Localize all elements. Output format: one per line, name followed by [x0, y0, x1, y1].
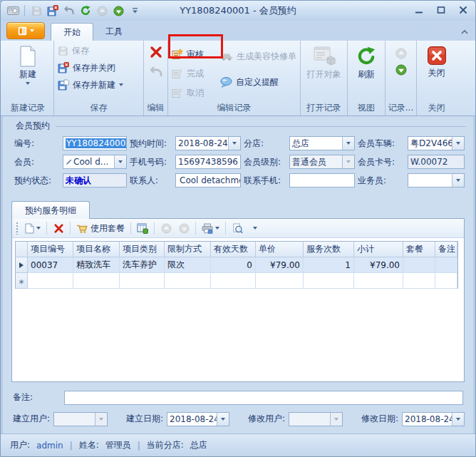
save-icon[interactable] [29, 4, 43, 18]
contact-input[interactable]: Cool detachment [175, 173, 241, 188]
complete-button[interactable]: 完成 [170, 65, 218, 82]
new-row[interactable]: * [16, 273, 457, 289]
cell[interactable] [73, 273, 120, 289]
save-and-close-button[interactable]: 保存并关闭 [56, 59, 142, 76]
salesman-combo[interactable] [408, 173, 465, 188]
cell[interactable] [354, 273, 403, 289]
move-down-button[interactable] [176, 220, 192, 236]
save-button[interactable]: 保存 [56, 42, 142, 59]
cell[interactable]: 0 [211, 257, 256, 273]
previous-record-button[interactable] [387, 42, 415, 61]
cell[interactable] [435, 257, 457, 273]
export-button[interactable] [135, 220, 150, 236]
time-combo[interactable]: 2018-08-24 [175, 136, 241, 150]
toolbar-grip[interactable] [16, 222, 19, 235]
cell[interactable] [256, 273, 304, 289]
toolbar-separator [46, 222, 47, 235]
record-down-icon[interactable] [111, 4, 125, 18]
move-up-button[interactable] [158, 220, 174, 236]
column-header[interactable]: 单价 [256, 242, 304, 257]
save-and-close-icon[interactable] [46, 4, 60, 18]
restore-button[interactable] [435, 4, 447, 16]
delete-row-button[interactable] [51, 220, 66, 236]
remark-input[interactable] [64, 391, 463, 405]
open-object-button[interactable]: 打开对象 [302, 42, 346, 103]
refresh-icon[interactable] [78, 4, 93, 18]
modified-user-combo [289, 412, 343, 426]
status-branch-label: 当前分店: [147, 439, 184, 451]
column-header[interactable]: 套餐 [403, 242, 435, 257]
generate-beauty-order-button[interactable]: 生成美容快修单 [218, 48, 299, 65]
column-header[interactable]: 项目类别 [120, 242, 165, 257]
cell[interactable]: 精致洗车 [73, 257, 120, 273]
column-header[interactable]: 备注 [435, 242, 457, 257]
dropdown-arrow-icon [118, 160, 123, 163]
cell[interactable]: 1 [304, 257, 354, 273]
group-label: 编辑 [144, 102, 167, 114]
cell[interactable] [211, 273, 256, 289]
branch-combo[interactable]: 总店 [289, 136, 355, 150]
tab-tools[interactable]: 工具 [93, 23, 135, 41]
member-dropdown-button[interactable] [114, 155, 126, 168]
created-date-dropdown-button[interactable] [217, 413, 229, 426]
cell[interactable] [403, 257, 435, 273]
save-and-new-button[interactable]: 保存并新建 [56, 76, 142, 93]
modified-date-combo[interactable]: 2018-08-24 [402, 412, 465, 426]
cell[interactable]: ¥79.00 [256, 257, 304, 273]
column-header[interactable]: 服务次数 [304, 242, 354, 257]
refresh-button[interactable]: 刷新 [349, 42, 383, 103]
column-header[interactable]: 项目名称 [73, 242, 120, 257]
cell[interactable] [435, 273, 457, 289]
column-header[interactable]: 小计 [354, 242, 403, 257]
member-combo[interactable]: Cool d... [63, 155, 127, 169]
delete-button[interactable] [145, 42, 166, 62]
cell[interactable] [403, 273, 435, 289]
tab-start[interactable]: 开始 [51, 23, 93, 41]
toolbar-options-icon[interactable] [128, 4, 142, 18]
phone-input[interactable]: 15697438596 [175, 155, 241, 169]
dropdown-arrow-icon [99, 418, 103, 421]
cell[interactable]: 洗车养护 [120, 257, 165, 273]
table-row[interactable]: 00037 精致洗车 洗车养护 限次 0 ¥79.00 1 ¥79.00 [16, 257, 457, 273]
close-button[interactable]: 关闭 [418, 42, 455, 103]
vehicle-combo[interactable]: 粤D2V466 [408, 136, 465, 150]
next-record-button[interactable] [387, 61, 415, 79]
cell[interactable] [304, 273, 354, 289]
close-window-button[interactable] [457, 4, 470, 16]
created-date-combo[interactable]: 2018-08-24 [167, 412, 229, 426]
cell[interactable] [165, 273, 211, 289]
branch-dropdown-button[interactable] [342, 137, 354, 150]
cell[interactable] [28, 273, 73, 289]
time-dropdown-button[interactable] [228, 137, 240, 150]
salesman-dropdown-button[interactable] [452, 174, 464, 187]
column-header[interactable]: 限制方式 [165, 242, 211, 257]
cell[interactable]: 限次 [165, 257, 211, 273]
group-records: 记录... [385, 41, 416, 115]
group-close: 关闭 关闭 [416, 41, 456, 115]
vehicle-dropdown-button[interactable] [452, 137, 464, 150]
column-header[interactable]: 有效天数 [211, 242, 256, 257]
ribbon-collapse-icon[interactable] [461, 27, 468, 37]
tab-appointment-service-detail[interactable]: 预约服务明细 [11, 201, 90, 219]
record-up-icon[interactable] [95, 4, 109, 18]
minimize-button[interactable] [413, 4, 425, 16]
cell[interactable]: 00037 [28, 257, 73, 273]
cell[interactable]: ¥79.00 [354, 257, 403, 273]
cancel-button[interactable]: 取消 [170, 84, 218, 101]
column-header[interactable]: 项目编号 [28, 242, 73, 257]
no-input[interactable]: YY180824000 [63, 136, 127, 150]
modified-date-dropdown-button[interactable] [452, 413, 464, 426]
undo-icon[interactable] [62, 4, 76, 18]
new-button[interactable]: 新建 [4, 42, 52, 103]
add-row-button[interactable] [23, 220, 43, 236]
search-button[interactable] [229, 220, 245, 236]
custom-reminder-button[interactable]: 自定义提醒 [218, 73, 299, 91]
print-button[interactable] [200, 220, 222, 236]
undo-button[interactable] [145, 62, 166, 82]
toolbar-more-button[interactable] [247, 220, 263, 236]
contact-phone-input[interactable] [289, 173, 355, 188]
use-package-button[interactable]: 使用套餐 [74, 220, 127, 236]
app-menu-button[interactable] [6, 22, 45, 39]
cell[interactable] [120, 273, 165, 289]
modified-date-label: 修改日期: [361, 413, 398, 425]
